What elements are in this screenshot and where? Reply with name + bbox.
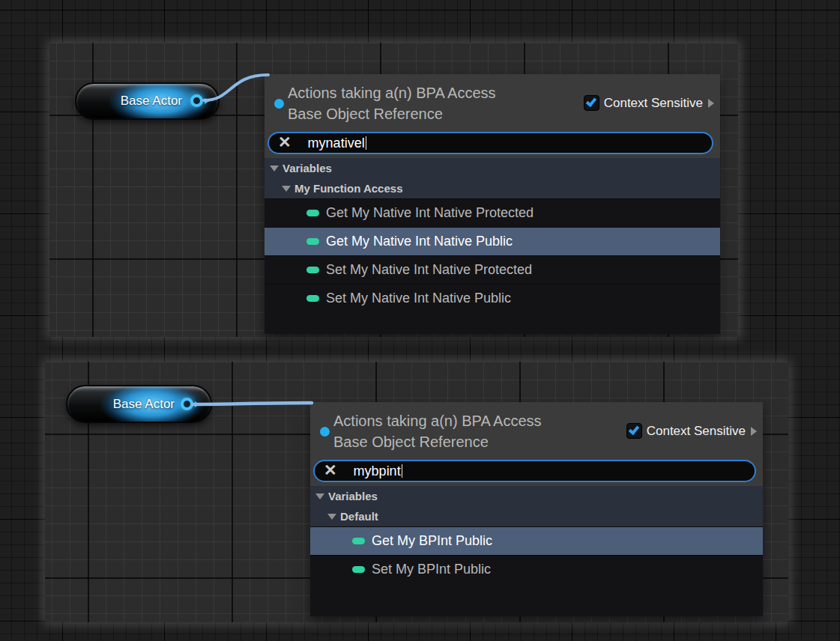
context-sensitive-toggle[interactable]: Context Sensitive <box>584 95 714 111</box>
clear-search-icon[interactable]: ✕ <box>324 461 337 479</box>
chevron-right-icon[interactable] <box>751 427 757 436</box>
menu-title: Actions taking a(n) BPA Access Base Obje… <box>333 410 542 452</box>
menu-title: Actions taking a(n) BPA Access Base Obje… <box>288 82 496 124</box>
menu-header: Actions taking a(n) BPA Access Base Obje… <box>265 74 720 132</box>
object-output-pin[interactable] <box>181 398 193 410</box>
text-caret <box>366 136 366 150</box>
list-item-selected[interactable]: Get My BPInt Public <box>310 526 763 555</box>
variable-pill-icon <box>306 267 319 273</box>
variable-pill-icon <box>352 566 365 573</box>
chevron-down-icon[interactable] <box>282 186 291 192</box>
category-variables[interactable]: Variables <box>310 486 763 506</box>
category-variables[interactable]: Variables <box>265 158 720 178</box>
checkmark-icon <box>585 96 596 107</box>
chevron-down-icon[interactable] <box>315 493 324 499</box>
menu-header: Actions taking a(n) BPA Access Base Obje… <box>310 402 763 460</box>
list-item[interactable]: Get My Native Int Native Protected <box>265 198 720 227</box>
node-label: Base Actor <box>67 386 175 422</box>
object-type-dot-icon <box>320 427 330 437</box>
search-text: mybpint <box>354 464 401 479</box>
object-output-pin[interactable] <box>190 94 203 107</box>
base-actor-node-1[interactable]: Base Actor <box>75 82 220 120</box>
graph-panel-1: Base Actor Actions taking a(n) BPA Acces… <box>49 43 738 337</box>
chevron-right-icon[interactable] <box>708 99 714 108</box>
list-item-selected[interactable]: Get My Native Int Native Public <box>265 227 720 255</box>
checkmark-icon <box>628 424 638 435</box>
context-sensitive-checkbox[interactable] <box>626 423 642 439</box>
search-input[interactable]: ✕ mybpint <box>313 460 756 482</box>
context-sensitive-label: Context Sensitive <box>604 96 703 111</box>
context-sensitive-toggle[interactable]: Context Sensitive <box>626 423 757 439</box>
clear-search-icon[interactable]: ✕ <box>278 133 291 151</box>
menu-title-line1: Actions taking a(n) BPA Access <box>288 82 496 103</box>
list-item[interactable]: Set My Native Int Native Public <box>265 284 720 312</box>
variable-pill-icon <box>306 238 319 245</box>
search-input[interactable]: ✕ mynativel <box>268 132 713 154</box>
menu-title-line1: Actions taking a(n) BPA Access <box>333 410 542 431</box>
object-type-dot-icon <box>274 99 284 109</box>
base-actor-node-2[interactable]: Base Actor <box>66 385 212 423</box>
action-list: Variables My Function Access Get My Nati… <box>265 158 720 334</box>
context-sensitive-checkbox[interactable] <box>584 95 599 111</box>
menu-title-line2: Base Object Reference <box>288 103 496 124</box>
search-text: mynativel <box>308 136 365 151</box>
graph-panel-2: Base Actor Actions taking a(n) BPA Acces… <box>45 362 788 622</box>
action-list: Variables Default Get My BPInt Public Se… <box>310 486 763 616</box>
context-menu-2: Actions taking a(n) BPA Access Base Obje… <box>310 402 763 616</box>
chevron-down-icon[interactable] <box>270 165 279 171</box>
context-menu-1: Actions taking a(n) BPA Access Base Obje… <box>265 74 720 334</box>
text-caret <box>402 464 402 478</box>
variable-pill-icon <box>306 210 319 216</box>
category-my-function-access[interactable]: My Function Access <box>265 178 720 198</box>
context-sensitive-label: Context Sensitive <box>647 424 746 439</box>
variable-pill-icon <box>306 295 319 302</box>
category-default[interactable]: Default <box>310 506 763 526</box>
menu-title-line2: Base Object Reference <box>333 431 542 452</box>
chevron-down-icon[interactable] <box>327 514 336 520</box>
list-item[interactable]: Set My BPInt Public <box>310 555 763 583</box>
variable-pill-icon <box>352 538 365 544</box>
node-label: Base Actor <box>76 84 182 118</box>
list-item[interactable]: Set My Native Int Native Protected <box>265 255 720 284</box>
